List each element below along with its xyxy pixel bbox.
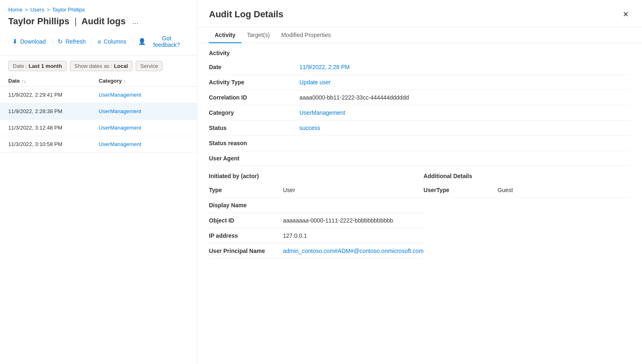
download-icon: ⬇ bbox=[12, 38, 18, 45]
detail-tab-activity[interactable]: Activity bbox=[209, 28, 241, 43]
columns-label: Columns bbox=[104, 38, 126, 45]
detail-field-label: Activity Type bbox=[209, 75, 299, 90]
initiated-by-col: Initiated by (actor) TypeUserDisplay Nam… bbox=[209, 166, 424, 259]
refresh-button[interactable]: ↻ Refresh bbox=[53, 35, 90, 48]
detail-field-value bbox=[299, 136, 630, 151]
initiated-by-field-label: IP address bbox=[209, 228, 283, 243]
detail-field-value bbox=[299, 151, 630, 166]
right-panel: Audit Log Details ✕ ActivityTarget(s)Mod… bbox=[197, 0, 642, 364]
detail-field-value[interactable]: success bbox=[299, 121, 630, 136]
breadcrumb-users[interactable]: Users bbox=[30, 7, 44, 13]
initiated-by-field-label: Object ID bbox=[209, 213, 283, 228]
initiated-by-field-value: User bbox=[283, 183, 424, 198]
row-date: 11/3/2022, 3:12:48 PM bbox=[8, 125, 99, 131]
refresh-icon: ↻ bbox=[58, 38, 63, 45]
initiated-by-field-label: Display Name bbox=[209, 198, 283, 213]
date-filter[interactable]: Date : Last 1 month bbox=[8, 61, 67, 71]
service-filter-label: Service bbox=[140, 63, 158, 69]
toolbar-divider2 bbox=[91, 37, 92, 46]
detail-field-value[interactable]: 11/9/2022, 2:28 PM bbox=[299, 60, 630, 75]
row-date: 11/9/2022, 2:28:38 PM bbox=[8, 108, 99, 114]
initiated-by-field-value: aaaaaaaa-0000-1111-2222-bbbbbbbbbbbb bbox=[283, 213, 424, 228]
table-header: Date ↑↓ Category ↑ bbox=[0, 75, 197, 87]
two-col-section: Initiated by (actor) TypeUserDisplay Nam… bbox=[197, 166, 642, 259]
page-title: Taylor Phillips | Audit logs bbox=[8, 16, 125, 27]
detail-field-label: Category bbox=[209, 105, 299, 121]
initiated-by-field-value[interactable]: admin_contoso.com#ADM#@contoso.onmicroso… bbox=[283, 243, 424, 259]
page-title-subtitle: Audit logs bbox=[81, 16, 126, 26]
detail-tabs: ActivityTarget(s)Modified Properties bbox=[197, 28, 642, 43]
detail-field-value[interactable]: UserManagement bbox=[299, 105, 630, 121]
initiated-by-field-label: Type bbox=[209, 183, 283, 198]
download-button[interactable]: ⬇ Download bbox=[8, 35, 50, 48]
ellipsis-button[interactable]: ... bbox=[130, 16, 141, 27]
detail-field-label: Status reason bbox=[209, 136, 299, 151]
detail-field-value: aaaa0000-bb11-2222-33cc-444444dddddd bbox=[299, 90, 630, 105]
breadcrumb-home[interactable]: Home bbox=[8, 7, 23, 13]
table-row[interactable]: 11/9/2022, 2:29:41 PM UserManagement bbox=[0, 87, 197, 103]
download-label: Download bbox=[20, 38, 46, 45]
columns-button[interactable]: ≡ Columns bbox=[93, 36, 130, 48]
initiated-by-grid: TypeUserDisplay NameObject IDaaaaaaaa-00… bbox=[209, 183, 424, 259]
toolbar: ⬇ Download ↻ Refresh ≡ Columns 👤 Got fee… bbox=[0, 32, 197, 56]
additional-field-value: Guest bbox=[498, 183, 630, 198]
breadcrumb-sep2: > bbox=[47, 7, 50, 13]
detail-title: Audit Log Details bbox=[209, 9, 283, 20]
breadcrumb: Home > Users > Taylor Phillips bbox=[0, 7, 197, 13]
detail-field-label: User Agent bbox=[209, 151, 299, 166]
date-filter-label: Date : bbox=[13, 63, 27, 69]
detail-field-label: Correlation ID bbox=[209, 90, 299, 105]
row-category: UserManagement bbox=[99, 125, 189, 131]
service-filter[interactable]: Service bbox=[136, 61, 162, 71]
activity-section-label: Activity bbox=[197, 43, 642, 60]
additional-details-grid: UserTypeGuest bbox=[424, 183, 630, 198]
toolbar-divider3 bbox=[132, 37, 132, 46]
table-body: 11/9/2022, 2:29:41 PM UserManagement 11/… bbox=[0, 87, 197, 364]
table-row[interactable]: 11/3/2022, 3:10:58 PM UserManagement bbox=[0, 136, 197, 153]
row-category: UserManagement bbox=[99, 141, 189, 147]
detail-field-label: Status bbox=[209, 121, 299, 136]
detail-field-value[interactable]: Update user bbox=[299, 75, 630, 90]
columns-icon: ≡ bbox=[97, 38, 101, 45]
col-date-label: Date bbox=[8, 78, 20, 84]
toolbar-divider1 bbox=[51, 37, 52, 46]
initiated-by-field-value: 127.0.0.1 bbox=[283, 228, 424, 243]
detail-tab-modified-properties[interactable]: Modified Properties bbox=[276, 28, 337, 43]
breadcrumb-sep1: > bbox=[25, 7, 28, 13]
initiated-by-field-value bbox=[283, 198, 424, 213]
feedback-button[interactable]: 👤 Got feedback? bbox=[134, 32, 189, 51]
row-date: 11/3/2022, 3:10:58 PM bbox=[8, 141, 99, 147]
detail-tab-target-s-[interactable]: Target(s) bbox=[241, 28, 276, 43]
detail-grid: Date11/9/2022, 2:28 PMActivity TypeUpdat… bbox=[197, 60, 642, 166]
row-date: 11/9/2022, 2:29:41 PM bbox=[8, 92, 99, 98]
initiated-by-field-label: User Principal Name bbox=[209, 243, 283, 259]
filters: Date : Last 1 month Show dates as : Loca… bbox=[0, 61, 197, 71]
show-dates-filter[interactable]: Show dates as : Local bbox=[70, 61, 132, 71]
detail-body: Activity Date11/9/2022, 2:28 PMActivity … bbox=[197, 43, 642, 364]
additional-field-label: UserType bbox=[424, 183, 498, 198]
feedback-label: Got feedback? bbox=[148, 35, 185, 48]
page-title-container: Taylor Phillips | Audit logs ... bbox=[0, 16, 197, 27]
row-category: UserManagement bbox=[99, 92, 189, 98]
show-dates-value: Local bbox=[114, 63, 128, 69]
table-row[interactable]: 11/3/2022, 3:12:48 PM UserManagement bbox=[0, 120, 197, 136]
col-header-date[interactable]: Date ↑↓ bbox=[8, 78, 99, 84]
show-dates-label: Show dates as : bbox=[74, 63, 113, 69]
initiated-by-heading: Initiated by (actor) bbox=[209, 166, 424, 183]
page-title-name: Taylor Phillips bbox=[8, 16, 70, 26]
date-filter-value: Last 1 month bbox=[29, 63, 62, 69]
sort-icon-category: ↑ bbox=[123, 79, 126, 83]
close-button[interactable]: ✕ bbox=[621, 8, 630, 21]
row-category: UserManagement bbox=[99, 108, 189, 114]
col-category-label: Category bbox=[99, 78, 122, 84]
refresh-label: Refresh bbox=[65, 38, 86, 45]
detail-field-label: Date bbox=[209, 60, 299, 75]
additional-details-heading: Additional Details bbox=[424, 166, 630, 183]
table-row[interactable]: 11/9/2022, 2:28:38 PM UserManagement bbox=[0, 103, 197, 120]
left-panel: Home > Users > Taylor Phillips Taylor Ph… bbox=[0, 0, 197, 364]
detail-header: Audit Log Details ✕ bbox=[197, 0, 642, 28]
breadcrumb-user[interactable]: Taylor Phillips bbox=[52, 7, 85, 13]
feedback-icon: 👤 bbox=[138, 38, 146, 45]
col-header-category[interactable]: Category ↑ bbox=[99, 78, 144, 84]
sort-icon-date: ↑↓ bbox=[21, 79, 26, 83]
